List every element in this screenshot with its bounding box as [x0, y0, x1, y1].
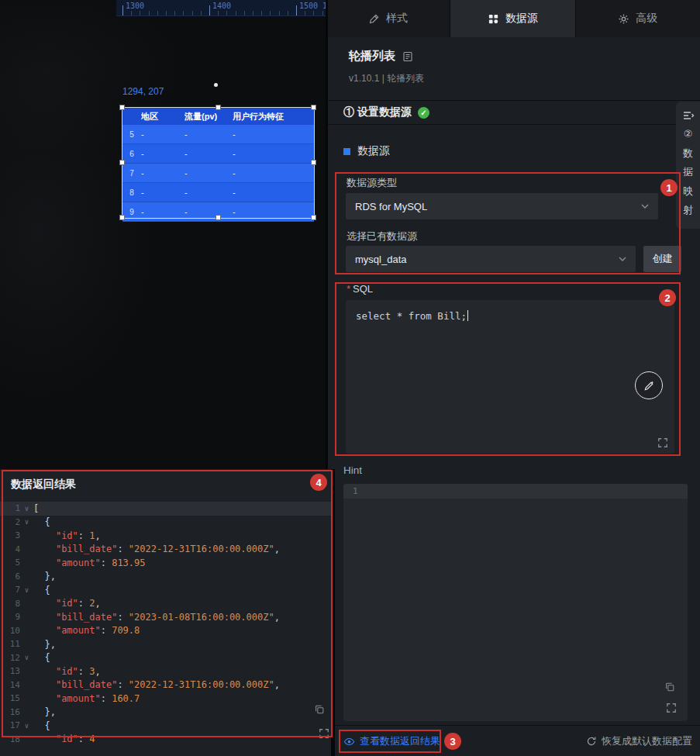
- hint-active-line: [343, 484, 688, 499]
- table-row: 7---: [122, 164, 314, 183]
- widget-version: v1.10.1 | 轮播列表: [349, 72, 424, 85]
- table-cell: -: [141, 188, 184, 197]
- annotation-badge-3: 3: [444, 733, 461, 750]
- widget-title: 轮播列表: [349, 49, 395, 64]
- datav-editor: 1300140015001 1294, 207 地区流量(pv)用户行为特征 5…: [0, 0, 700, 756]
- annotation-box-3: [339, 730, 441, 753]
- step1-header: ① 设置数据源 ✓: [326, 100, 700, 125]
- table-header-cell: 流量(pv): [184, 111, 233, 123]
- mapping-tab-char: 据: [683, 165, 693, 179]
- selection-handle[interactable]: [216, 215, 221, 220]
- expand-icon[interactable]: [666, 702, 677, 713]
- datasource-section-header: 数据源: [343, 144, 390, 158]
- table-cell: -: [184, 168, 233, 178]
- copy-icon[interactable]: [664, 682, 675, 692]
- selection-handle[interactable]: [119, 215, 125, 220]
- hint-line-number: 1: [353, 486, 358, 496]
- data-mapping-icon: [682, 109, 695, 122]
- table-header-cell: 用户行为特征: [233, 111, 314, 123]
- selection-coordinates: 1294, 207: [122, 86, 164, 97]
- annotation-badge-1: 1: [660, 179, 678, 196]
- tab-style-label: 样式: [386, 12, 408, 26]
- table-cell: -: [233, 207, 314, 216]
- table-row-index: 5: [122, 130, 141, 139]
- check-icon: ✓: [418, 107, 429, 119]
- tab-advanced[interactable]: 高级: [575, 0, 700, 37]
- table-cell: -: [141, 207, 184, 216]
- hint-title: Hint: [343, 464, 362, 476]
- selection-handle[interactable]: [216, 105, 221, 110]
- datasource-icon: [488, 13, 499, 25]
- design-canvas[interactable]: 1300140015001 1294, 207 地区流量(pv)用户行为特征 5…: [0, 0, 326, 469]
- restore-default-button[interactable]: 恢复成默认数据配置: [586, 726, 692, 756]
- ruler: 1300140015001: [116, 0, 326, 16]
- annotation-box-1: [335, 172, 681, 274]
- refresh-icon: [586, 736, 597, 747]
- mapping-tab-char: ②: [684, 127, 693, 141]
- table-cell: -: [141, 129, 184, 139]
- table-row: 8---: [122, 183, 314, 202]
- table-row-index: 8: [122, 188, 141, 197]
- selection-handle[interactable]: [119, 105, 125, 110]
- table-cell: -: [233, 129, 314, 139]
- table-row-index: 9: [122, 208, 141, 216]
- tab-datasource-label: 数据源: [505, 12, 538, 26]
- table-row: 5---: [122, 125, 314, 144]
- panel-tabbar: 样式 数据源 高级: [326, 0, 700, 37]
- table-cell: -: [233, 188, 314, 197]
- table-cell: -: [141, 168, 184, 178]
- guide-dot: [214, 83, 218, 87]
- selection-handle[interactable]: [119, 160, 125, 165]
- table-cell: -: [184, 129, 233, 139]
- table-cell: -: [233, 149, 314, 158]
- table-cell: -: [184, 207, 233, 216]
- mapping-tab-char: 射: [683, 203, 693, 217]
- selection-handle[interactable]: [311, 105, 316, 110]
- style-icon: [368, 13, 380, 25]
- tab-advanced-label: 高级: [636, 12, 657, 26]
- hint-code-block[interactable]: 1: [343, 484, 688, 721]
- step1-label: ① 设置数据源: [343, 105, 412, 119]
- annotation-box-2: [335, 282, 681, 456]
- table-row: 6---: [122, 144, 314, 164]
- ruler-label: 1300: [126, 2, 144, 10]
- mapping-tab-char: 数: [683, 147, 693, 161]
- table-body: 5---6---7---8---9---: [122, 125, 314, 222]
- table-header-cell: 地区: [141, 111, 184, 123]
- section-bullet: [343, 148, 350, 155]
- ruler-label: 1400: [212, 2, 231, 10]
- table-cell: -: [184, 188, 233, 197]
- selection-handle[interactable]: [311, 160, 316, 165]
- tab-datasource[interactable]: 数据源: [450, 0, 574, 37]
- annotation-badge-4: 4: [310, 474, 327, 491]
- table-row-index: 6: [122, 150, 141, 158]
- selection-handle[interactable]: [311, 215, 316, 220]
- datasource-section-label: 数据源: [357, 144, 390, 158]
- table-cell: -: [233, 168, 314, 178]
- canvas-panel-divider: [326, 0, 328, 469]
- table-row-index: 7: [122, 169, 141, 178]
- annotation-box-4: [2, 470, 333, 737]
- widget-doc-icon[interactable]: [402, 51, 413, 62]
- table-cell: -: [184, 149, 233, 158]
- gear-icon: [618, 13, 629, 25]
- selected-widget[interactable]: 地区流量(pv)用户行为特征 5---6---7---8---9---: [122, 108, 314, 218]
- restore-default-label: 恢复成默认数据配置: [602, 734, 692, 748]
- table-header-row: 地区流量(pv)用户行为特征: [122, 108, 314, 125]
- tab-style[interactable]: 样式: [326, 0, 450, 37]
- annotation-badge-2: 2: [659, 289, 676, 306]
- mapping-tab-char: 映: [683, 185, 693, 198]
- table-cell: -: [141, 149, 184, 158]
- ruler-label: 1500: [299, 2, 318, 10]
